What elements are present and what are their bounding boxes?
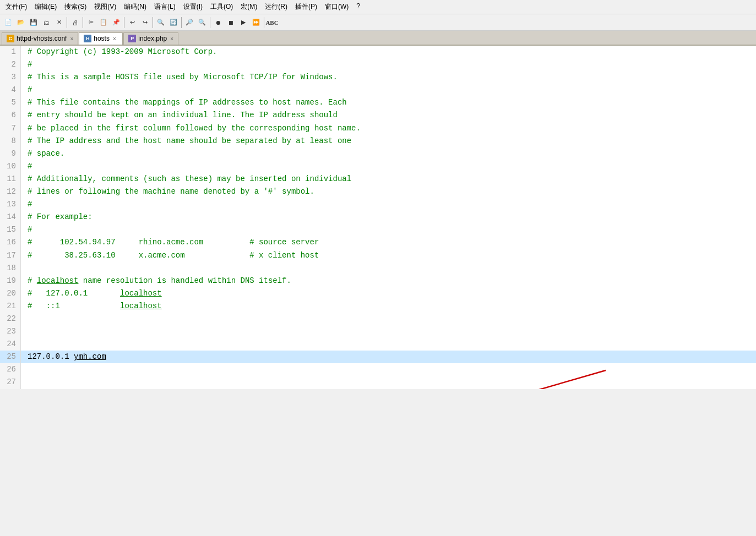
line-3: 3# This is a sample HOSTS file used by M… xyxy=(0,71,756,84)
line-5: 5# This file contains the mappings of IP… xyxy=(0,96,756,109)
line-1: 1# Copyright (c) 1993-2009 Microsoft Cor… xyxy=(0,46,756,58)
line-23: 23 xyxy=(0,325,756,338)
line-15: 15# xyxy=(0,223,756,236)
toolbar: 📄 📂 💾 🗂 ✕ 🖨 ✂ 📋 📌 ↩ ↪ 🔍 🔄 🔎 🔍 ⏺ ⏹ ▶ ⏩ AB… xyxy=(0,14,756,31)
tab-label-httpd: httpd-vhosts.conf xyxy=(17,35,67,42)
menu-language[interactable]: 语言(L) xyxy=(151,1,179,13)
line-9: 9# space. xyxy=(0,147,756,160)
line-13: 13# xyxy=(0,198,756,211)
menu-file[interactable]: 文件(F) xyxy=(2,1,30,13)
tab-icon-hosts: H xyxy=(84,35,91,42)
tab-icon-php: P xyxy=(128,35,136,42)
menu-edit[interactable]: 编辑(E) xyxy=(31,1,60,13)
toolbar-new[interactable]: 📄 xyxy=(2,17,14,29)
editor: 1# Copyright (c) 1993-2009 Microsoft Cor… xyxy=(0,46,756,389)
toolbar-copy[interactable]: 📋 xyxy=(97,17,110,29)
menu-macro[interactable]: 宏(M) xyxy=(237,1,260,13)
toolbar-open[interactable]: 📂 xyxy=(15,17,27,29)
tabs-bar: C httpd-vhosts.conf × H hosts × P index.… xyxy=(0,31,756,46)
tab-label-hosts: hosts xyxy=(94,35,110,42)
line-25: 25127.0.0.1 ymh.com xyxy=(0,351,756,363)
toolbar-sep-6 xyxy=(210,17,210,28)
toolbar-macro4[interactable]: ⏩ xyxy=(250,17,262,29)
toolbar-sep-2 xyxy=(83,17,83,28)
localhost-underline-1: localhost xyxy=(37,276,79,285)
toolbar-spell[interactable]: ABC xyxy=(266,17,278,29)
tab-icon-httpd: C xyxy=(7,35,14,42)
line-8: 8# The IP address and the host name shou… xyxy=(0,135,756,147)
line-24: 24 xyxy=(0,338,756,351)
menu-view[interactable]: 视图(V) xyxy=(91,1,119,13)
line-6: 6# entry should be kept on an individual… xyxy=(0,109,756,122)
localhost-underline-2: localhost xyxy=(120,289,162,298)
menu-window[interactable]: 窗口(W) xyxy=(322,1,352,13)
line-27: 27 xyxy=(0,376,756,389)
line-19: 19# localhost name resolution is handled… xyxy=(0,275,756,287)
toolbar-sep-5 xyxy=(181,17,182,28)
toolbar-paste[interactable]: 📌 xyxy=(110,17,122,29)
line-17: 17# 38.25.63.10 x.acme.com # x client ho… xyxy=(0,249,756,262)
toolbar-macro1[interactable]: ⏺ xyxy=(212,17,224,29)
toolbar-sep-4 xyxy=(153,17,153,28)
tab-close-php[interactable]: × xyxy=(170,36,173,42)
toolbar-zoomin[interactable]: 🔎 xyxy=(183,17,195,29)
menu-run[interactable]: 运行(R) xyxy=(262,1,291,13)
tab-httpd-vhosts[interactable]: C httpd-vhosts.conf × xyxy=(2,32,78,45)
menu-encode[interactable]: 编码(N) xyxy=(121,1,150,13)
toolbar-macro3[interactable]: ▶ xyxy=(237,17,249,29)
toolbar-cut[interactable]: ✂ xyxy=(85,17,97,29)
menu-settings[interactable]: 设置(I) xyxy=(180,1,206,13)
toolbar-find[interactable]: 🔍 xyxy=(155,17,167,29)
toolbar-sep-1 xyxy=(67,17,67,28)
tab-close-httpd[interactable]: × xyxy=(70,36,73,42)
toolbar-saveall[interactable]: 🗂 xyxy=(40,17,52,29)
localhost-underline-3: localhost xyxy=(120,302,162,310)
toolbar-replace[interactable]: 🔄 xyxy=(167,17,180,29)
tab-label-php: index.php xyxy=(138,35,167,42)
line-2: 2# xyxy=(0,58,756,71)
line-22: 22 xyxy=(0,313,756,325)
line-26: 26 xyxy=(0,363,756,376)
line-16: 16# 102.54.94.97 rhino.acme.com # source… xyxy=(0,236,756,249)
toolbar-print[interactable]: 🖨 xyxy=(69,17,81,29)
toolbar-redo[interactable]: ↪ xyxy=(139,17,151,29)
toolbar-zoomout[interactable]: 🔍 xyxy=(196,17,208,29)
line-4: 4# xyxy=(0,84,756,96)
tab-hosts[interactable]: H hosts × xyxy=(79,32,123,45)
toolbar-sep-7 xyxy=(264,17,264,28)
tab-close-hosts[interactable]: × xyxy=(113,36,116,42)
toolbar-close[interactable]: ✕ xyxy=(53,17,65,29)
line-21: 21# ::1 localhost xyxy=(0,300,756,313)
ymh-underline: ymh.com xyxy=(74,352,106,361)
toolbar-save[interactable]: 💾 xyxy=(28,17,40,29)
menu-search[interactable]: 搜索(S) xyxy=(61,1,90,13)
line-14: 14# For example: xyxy=(0,211,756,223)
menu-plugins[interactable]: 插件(P) xyxy=(292,1,320,13)
menu-tools[interactable]: 工具(O) xyxy=(207,1,236,13)
line-12: 12# lines or following the machine name … xyxy=(0,185,756,198)
toolbar-sep-3 xyxy=(124,17,124,28)
toolbar-macro2[interactable]: ⏹ xyxy=(225,17,237,29)
line-18: 18 xyxy=(0,262,756,275)
menubar: 文件(F) 编辑(E) 搜索(S) 视图(V) 编码(N) 语言(L) 设置(I… xyxy=(0,0,756,14)
menu-help[interactable]: ? xyxy=(353,1,363,13)
toolbar-undo[interactable]: ↩ xyxy=(126,17,138,29)
line-11: 11# Additionally, comments (such as thes… xyxy=(0,173,756,185)
line-7: 7# be placed in the first column followe… xyxy=(0,122,756,135)
tab-index-php[interactable]: P index.php × xyxy=(123,32,178,45)
line-20: 20# 127.0.0.1 localhost xyxy=(0,287,756,300)
line-10: 10# xyxy=(0,160,756,173)
